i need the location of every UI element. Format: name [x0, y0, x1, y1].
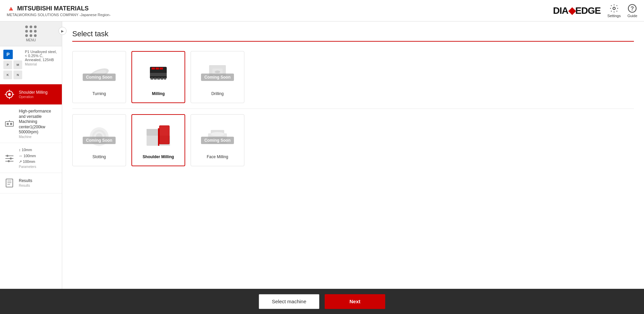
- param-width: ↔ 100mm: [19, 153, 36, 159]
- param-depth: ↕ 10mm: [19, 147, 36, 153]
- material-icon-n: N: [13, 71, 22, 79]
- guide-button[interactable]: ? Guide: [628, 4, 637, 18]
- drilling-coming-soon-overlay: Coming Soon: [191, 51, 244, 103]
- sidebar-item-operation[interactable]: Shoulder Milling Operation: [0, 84, 62, 105]
- parameters-section-label: Parameters: [19, 165, 36, 169]
- sidebar-item-parameters[interactable]: ↕ 10mm ↔ 100mm ↗ 100mm Parameters: [0, 143, 62, 173]
- menu-dot: [30, 34, 32, 37]
- param-length: ↗ 100mm: [19, 159, 36, 165]
- results-icon: [3, 177, 15, 189]
- material-description: P1 Unalloyed steel, < 0.25% C, Annealed,…: [25, 50, 58, 62]
- material-icons-row2: K N: [3, 71, 22, 79]
- machine-icon: [3, 118, 15, 130]
- page-title: Select task: [72, 30, 634, 38]
- shoulder-milling-svg: [143, 122, 173, 151]
- machine-label: High-performance and versatile Machining…: [19, 109, 58, 135]
- svg-rect-28: [160, 68, 163, 70]
- svg-point-0: [613, 7, 615, 9]
- content-inner: Select task Coming Soon Turning: [62, 21, 644, 289]
- svg-text:?: ?: [631, 5, 634, 11]
- main-layout: MENU ▶ P P M K N P1 Unalloyed steel, < 0…: [0, 21, 644, 289]
- sidebar-menu: MENU: [0, 21, 62, 46]
- menu-dot: [34, 34, 37, 37]
- task-card-face-milling[interactable]: Coming Soon Face Milling: [191, 114, 244, 166]
- app-header: 🔺 MITSUBISHI MATERIALS METALWORKING SOLU…: [0, 0, 644, 21]
- material-icon-p: P: [3, 60, 12, 69]
- sidebar-item-material[interactable]: P P M K N P1 Unalloyed steel, < 0.25% C,…: [0, 46, 62, 84]
- svg-rect-10: [7, 123, 9, 125]
- header-right: DIA◆EDGE Settings ? Guide: [553, 4, 637, 18]
- svg-point-16: [10, 158, 12, 160]
- content-area: Select task Coming Soon Turning: [62, 21, 644, 289]
- parameters-svg-icon: [4, 152, 15, 163]
- shoulder-milling-label: Shoulder Milling: [143, 154, 174, 159]
- results-svg-icon: [4, 178, 15, 188]
- material-icon-m: M: [13, 60, 22, 69]
- svg-rect-34: [164, 78, 166, 80]
- milling-svg: [143, 60, 173, 87]
- parameters-icon: [3, 152, 15, 164]
- task-card-drilling[interactable]: Coming Soon Drilling: [191, 51, 244, 103]
- menu-dot: [34, 30, 37, 33]
- milling-label: Milling: [152, 91, 165, 96]
- operation-section-label: Operation: [19, 95, 47, 99]
- material-icons-row: P M: [3, 60, 22, 69]
- svg-rect-31: [154, 78, 157, 80]
- menu-dot: [25, 30, 28, 33]
- menu-label: MENU: [26, 38, 36, 42]
- sidebar-item-machine[interactable]: High-performance and versatile Machining…: [0, 105, 62, 143]
- face-milling-coming-soon-badge: Coming Soon: [201, 137, 234, 144]
- menu-dots: [25, 26, 37, 37]
- svg-rect-26: [152, 68, 155, 70]
- menu-dot: [25, 34, 28, 37]
- svg-rect-27: [156, 68, 159, 70]
- turning-coming-soon-overlay: Coming Soon: [73, 51, 126, 103]
- face-milling-coming-soon-overlay: Coming Soon: [191, 115, 244, 166]
- slotting-coming-soon-overlay: Coming Soon: [73, 115, 126, 166]
- svg-rect-32: [157, 78, 160, 80]
- select-machine-button[interactable]: Select machine: [259, 294, 319, 309]
- svg-rect-29: [150, 73, 167, 76]
- task-card-slotting[interactable]: Coming Soon Slotting: [72, 114, 126, 166]
- sidebar: MENU ▶ P P M K N P1 Unalloyed steel, < 0…: [0, 21, 62, 289]
- bottom-bar: Select machine Next: [0, 289, 644, 314]
- brand-section: 🔺 MITSUBISHI MATERIALS METALWORKING SOLU…: [7, 5, 111, 17]
- brand-subtitle: METALWORKING SOLUTIONS COMPANY -Japanese…: [7, 13, 111, 17]
- task-card-milling[interactable]: Milling: [131, 51, 185, 103]
- task-row-separator: [72, 108, 634, 109]
- operation-icon: [3, 88, 15, 100]
- page-title-divider: [72, 41, 634, 42]
- machine-svg-icon: [4, 118, 15, 129]
- task-card-turning[interactable]: Coming Soon Turning: [72, 51, 126, 103]
- sidebar-material-icon: P P M K N: [3, 50, 22, 81]
- svg-rect-42: [147, 129, 158, 136]
- task-row-1: Coming Soon Turning: [72, 51, 634, 103]
- menu-dot: [30, 26, 32, 28]
- brand-name: 🔺 MITSUBISHI MATERIALS: [7, 5, 111, 13]
- next-button[interactable]: Next: [325, 294, 385, 309]
- svg-rect-11: [10, 123, 12, 125]
- svg-rect-9: [5, 122, 13, 126]
- svg-rect-44: [159, 126, 169, 144]
- machine-section-label: Machine: [19, 135, 58, 139]
- sidebar-expand-button[interactable]: ▶: [58, 27, 67, 35]
- menu-dot: [25, 26, 28, 28]
- settings-icon: [609, 4, 619, 13]
- settings-button[interactable]: Settings: [607, 4, 621, 18]
- turning-coming-soon-badge: Coming Soon: [83, 74, 116, 81]
- task-row-2: Coming Soon Slotting: [72, 114, 634, 166]
- operation-label: Shoulder Milling: [19, 90, 47, 95]
- sidebar-item-results[interactable]: Results Results: [0, 173, 62, 193]
- milling-card-icon: [143, 58, 173, 89]
- svg-rect-43: [158, 128, 159, 146]
- mitsubishi-logo: 🔺: [7, 5, 15, 13]
- drilling-coming-soon-badge: Coming Soon: [201, 74, 234, 81]
- svg-point-4: [8, 93, 11, 96]
- menu-dot: [34, 26, 37, 28]
- slotting-coming-soon-badge: Coming Soon: [83, 137, 116, 144]
- menu-dot: [30, 30, 32, 33]
- material-icon-k: K: [3, 71, 12, 79]
- task-card-shoulder-milling[interactable]: Shoulder Milling: [131, 114, 185, 166]
- diaedge-logo: DIA◆EDGE: [553, 5, 601, 16]
- operation-svg-icon: [4, 89, 15, 100]
